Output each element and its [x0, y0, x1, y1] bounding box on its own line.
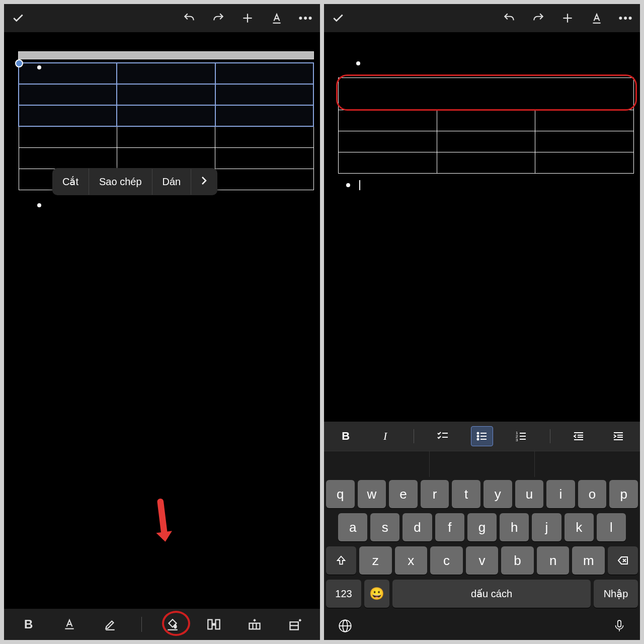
key-f[interactable]: f: [435, 513, 464, 541]
text-format-icon[interactable]: [590, 11, 604, 25]
key-enter[interactable]: Nhập: [594, 580, 638, 608]
key-c[interactable]: c: [430, 546, 463, 575]
svg-point-29: [477, 439, 478, 440]
table-row-selected: [19, 63, 313, 84]
bottom-toolbar: B: [4, 609, 320, 640]
key-r[interactable]: r: [421, 480, 449, 508]
key-l[interactable]: l: [597, 513, 626, 541]
svg-rect-10: [249, 623, 260, 629]
globe-icon[interactable]: [338, 619, 352, 636]
margin-marker: [37, 65, 41, 69]
key-t[interactable]: t: [452, 480, 480, 508]
key-k[interactable]: k: [565, 513, 594, 541]
undo-icon[interactable]: [182, 11, 196, 25]
annotation-arrow-icon: [130, 492, 195, 557]
merge-cells-icon[interactable]: [204, 614, 224, 634]
text-cursor: [359, 180, 360, 190]
document-area[interactable]: Cắt Sao chép Dán: [4, 32, 320, 609]
key-e[interactable]: e: [389, 480, 418, 508]
key-backspace-icon[interactable]: [608, 546, 638, 575]
svg-rect-8: [208, 620, 212, 629]
phone-right: ••• B I 123: [324, 4, 640, 640]
redo-icon[interactable]: [211, 11, 225, 25]
key-u[interactable]: u: [515, 480, 544, 508]
key-o[interactable]: o: [578, 480, 607, 508]
table-row: [19, 147, 313, 169]
confirm-check-icon[interactable]: [11, 11, 25, 25]
toolbar-divider: [414, 429, 414, 443]
keyboard-row-1: q w e r t y u i o p: [326, 480, 638, 508]
table-row: [339, 152, 634, 174]
format-toolbar: B I 123: [324, 422, 640, 451]
text-format-icon[interactable]: [270, 11, 284, 25]
selection-handle[interactable]: [15, 59, 23, 67]
key-s[interactable]: s: [370, 513, 399, 541]
context-paste[interactable]: Dán: [152, 169, 192, 195]
insert-row-icon[interactable]: [245, 614, 265, 634]
suggestion-bar[interactable]: [324, 451, 640, 477]
fill-color-icon[interactable]: [163, 614, 183, 634]
table-row-selected: [19, 105, 313, 126]
key-d[interactable]: d: [403, 513, 432, 541]
svg-rect-50: [618, 620, 621, 627]
toolbar-divider: [550, 429, 550, 443]
key-shift-icon[interactable]: [326, 546, 356, 575]
mic-icon[interactable]: [613, 619, 626, 636]
key-emoji-icon[interactable]: 😀: [364, 580, 389, 608]
key-g[interactable]: g: [467, 513, 497, 541]
add-icon[interactable]: [240, 11, 255, 25]
top-toolbar: •••: [4, 4, 320, 32]
key-h[interactable]: h: [500, 513, 529, 541]
top-toolbar: •••: [324, 4, 640, 32]
document-table[interactable]: [338, 77, 634, 174]
key-numbers[interactable]: 123: [326, 580, 361, 608]
key-y[interactable]: y: [484, 480, 512, 508]
highlight-icon[interactable]: [100, 614, 120, 634]
key-a[interactable]: a: [338, 513, 367, 541]
key-space[interactable]: dấu cách: [392, 580, 591, 608]
context-copy[interactable]: Sao chép: [89, 169, 152, 195]
more-icon[interactable]: •••: [299, 11, 313, 25]
margin-marker: [356, 61, 360, 65]
phone-left: ••• Cắt Sao chép Dán B: [4, 4, 320, 640]
outdent-icon[interactable]: [568, 426, 590, 446]
more-icon[interactable]: •••: [619, 11, 633, 25]
table-row: [339, 110, 634, 131]
key-q[interactable]: q: [326, 480, 355, 508]
confirm-check-icon[interactable]: [331, 11, 345, 25]
table-row-selected: [19, 84, 313, 105]
bullet-list-icon[interactable]: [471, 426, 493, 446]
key-v[interactable]: v: [466, 546, 499, 575]
toolbar-divider: [141, 617, 142, 632]
undo-icon[interactable]: [502, 11, 516, 25]
keyboard-row-3: z x c v b n m: [326, 546, 638, 575]
key-j[interactable]: j: [532, 513, 561, 541]
table-row: [19, 126, 313, 147]
text-color-icon[interactable]: [59, 614, 79, 634]
key-z[interactable]: z: [359, 546, 392, 575]
key-p[interactable]: p: [609, 480, 638, 508]
bold-icon[interactable]: B: [19, 614, 39, 634]
svg-point-25: [477, 433, 478, 434]
key-x[interactable]: x: [395, 546, 428, 575]
context-cut[interactable]: Cắt: [52, 169, 89, 195]
key-i[interactable]: i: [546, 480, 575, 508]
key-n[interactable]: n: [537, 546, 570, 575]
key-b[interactable]: b: [501, 546, 534, 575]
key-m[interactable]: m: [572, 546, 605, 575]
italic-icon[interactable]: I: [374, 426, 396, 446]
checklist-icon[interactable]: [432, 426, 454, 446]
bold-icon[interactable]: B: [335, 426, 357, 446]
context-more-icon[interactable]: [191, 168, 217, 195]
context-menu: Cắt Sao chép Dán: [52, 168, 217, 195]
indent-icon[interactable]: [607, 426, 629, 446]
ruler: [18, 51, 314, 59]
key-w[interactable]: w: [358, 480, 386, 508]
add-icon[interactable]: [560, 11, 575, 25]
document-area[interactable]: [324, 32, 640, 422]
insert-column-icon[interactable]: [285, 614, 305, 634]
redo-icon[interactable]: [531, 11, 545, 25]
svg-point-27: [477, 436, 478, 437]
numbered-list-icon[interactable]: 123: [510, 426, 532, 446]
keyboard-footer: [324, 615, 640, 640]
